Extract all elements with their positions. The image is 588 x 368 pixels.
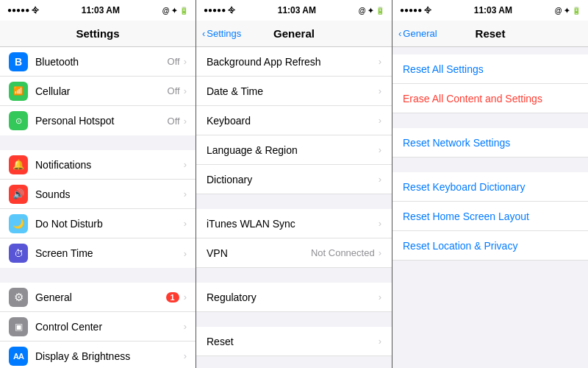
vpn-value: Not Connected	[311, 247, 375, 258]
nav-title-1: Settings	[76, 27, 119, 40]
reset-item-all-settings[interactable]: Reset All Settings	[392, 54, 588, 84]
chevron-icon: ›	[184, 85, 187, 96]
reset-list: Reset All Settings Erase All Content and…	[392, 47, 588, 368]
chevron-icon: ›	[379, 247, 381, 258]
general-panel: ●●●●● 令 11:03 AM @ ✦ 🔋 ‹ Settings Genera…	[196, 0, 392, 368]
gen-item-keyboard[interactable]: Keyboard ›	[196, 106, 392, 135]
separator-reset-top	[392, 47, 588, 54]
gen-item-language[interactable]: Language & Region ›	[196, 135, 392, 165]
gen-item-vpn[interactable]: VPN Not Connected ›	[196, 238, 392, 268]
section-notifications: 🔔 Notifications › 🔊 Sounds › 🌙 Do Not Di…	[0, 150, 196, 268]
list-item-cellular[interactable]: 📶 Cellular Off ›	[0, 77, 196, 106]
list-item-bluetooth[interactable]: B Bluetooth Off ›	[0, 47, 196, 77]
cellular-icon: 📶	[9, 82, 28, 101]
chevron-icon: ›	[184, 116, 187, 127]
chevron-icon: ›	[184, 218, 187, 229]
hotspot-value: Off	[168, 116, 180, 127]
status-bar-1: ●●●●● 令 11:03 AM @ ✦ 🔋	[0, 0, 196, 21]
section-gen-1: Background App Refresh › Date & Time › K…	[196, 47, 392, 194]
separator-gen-3	[196, 312, 392, 327]
gen-item-reset[interactable]: Reset ›	[196, 327, 392, 356]
general-label: General	[35, 291, 166, 303]
hotspot-icon: ⊙	[9, 111, 28, 130]
list-item-control-center[interactable]: ▣ Control Center ›	[0, 312, 196, 342]
separator-2	[0, 268, 196, 283]
chevron-icon: ›	[184, 188, 187, 199]
section-gen-2: iTunes WLAN Sync › VPN Not Connected ›	[196, 209, 392, 268]
sounds-icon: 🔊	[9, 185, 28, 204]
time-1: 11:03 AM	[82, 5, 120, 15]
dictionary-label: Dictionary	[207, 174, 379, 185]
nav-title-2: General	[273, 27, 315, 40]
reset-panel: ●●●●● 令 11:03 AM @ ✦ 🔋 ‹ General Reset R…	[392, 0, 588, 368]
list-item-notifications[interactable]: 🔔 Notifications ›	[0, 150, 196, 180]
separator-gen-1	[196, 194, 392, 209]
erase-all-label: Erase All Content and Settings	[403, 93, 542, 105]
chevron-icon: ›	[184, 350, 187, 361]
screen-time-icon: ⏱	[9, 244, 28, 263]
chevron-icon: ›	[184, 56, 187, 67]
reset-item-location-privacy[interactable]: Reset Location & Privacy	[392, 231, 588, 261]
section-gen-3: Regulatory ›	[196, 283, 392, 312]
chevron-icon: ›	[379, 218, 381, 229]
back-chevron-icon: ‹	[202, 28, 205, 39]
vpn-label: VPN	[207, 247, 311, 259]
back-chevron-icon-2: ‹	[398, 28, 401, 39]
control-center-icon: ▣	[9, 317, 28, 336]
reset-item-network[interactable]: Reset Network Settings	[392, 128, 588, 158]
dnd-label: Do Not Disturb	[35, 218, 184, 230]
list-item-sounds[interactable]: 🔊 Sounds ›	[0, 180, 196, 209]
display-icon: AA	[9, 347, 28, 366]
reset-keyboard-dict-label: Reset Keyboard Dictionary	[403, 181, 526, 193]
notifications-icon: 🔔	[9, 155, 28, 174]
nav-bar-2: ‹ Settings General	[196, 21, 392, 47]
section-network: B Bluetooth Off › 📶 Cellular Off › ⊙ Per…	[0, 47, 196, 135]
hotspot-label: Personal Hotspot	[35, 115, 168, 127]
chevron-icon: ›	[184, 159, 187, 170]
reset-item-erase[interactable]: Erase All Content and Settings	[392, 84, 588, 113]
chevron-icon: ›	[379, 174, 381, 185]
reset-item-home-screen[interactable]: Reset Home Screen Layout	[392, 202, 588, 231]
section-reset-3: Reset Keyboard Dictionary Reset Home Scr…	[392, 172, 588, 261]
separator-1	[0, 135, 196, 150]
back-button-general[interactable]: ‹ Settings	[202, 28, 241, 39]
itunes-label: iTunes WLAN Sync	[207, 218, 379, 230]
separator-reset-2	[392, 158, 588, 172]
section-reset-1: Reset All Settings Erase All Content and…	[392, 54, 588, 113]
gen-item-dictionary[interactable]: Dictionary ›	[196, 165, 392, 194]
separator-gen-2	[196, 268, 392, 283]
chevron-icon: ›	[379, 144, 381, 155]
general-list: Background App Refresh › Date & Time › K…	[196, 47, 392, 368]
bluetooth-icon: B	[9, 52, 28, 71]
signal-icons-3: ●●●●● 令	[400, 5, 431, 15]
list-item-do-not-disturb[interactable]: 🌙 Do Not Disturb ›	[0, 209, 196, 238]
gen-item-date-time[interactable]: Date & Time ›	[196, 77, 392, 106]
list-item-general[interactable]: ⚙ General 1 ›	[0, 283, 196, 312]
gen-item-itunes[interactable]: iTunes WLAN Sync ›	[196, 209, 392, 238]
list-item-display-brightness[interactable]: AA Display & Brightness ›	[0, 342, 196, 368]
back-button-reset[interactable]: ‹ General	[398, 28, 437, 39]
separator-reset-1	[392, 113, 588, 128]
cellular-value: Off	[168, 85, 180, 96]
reset-location-privacy-label: Reset Location & Privacy	[403, 240, 517, 252]
screen-time-label: Screen Time	[35, 247, 184, 259]
gen-item-background-refresh[interactable]: Background App Refresh ›	[196, 47, 392, 77]
gen-item-regulatory[interactable]: Regulatory ›	[196, 283, 392, 312]
chevron-icon: ›	[184, 291, 187, 302]
language-label: Language & Region	[207, 144, 379, 156]
nav-bar-1: Settings	[0, 21, 196, 47]
section-reset-2: Reset Network Settings	[392, 128, 588, 158]
reset-all-settings-label: Reset All Settings	[403, 63, 484, 75]
notifications-label: Notifications	[35, 159, 184, 171]
reset-item-keyboard-dict[interactable]: Reset Keyboard Dictionary	[392, 172, 588, 202]
bg-refresh-label: Background App Refresh	[207, 56, 379, 68]
list-item-hotspot[interactable]: ⊙ Personal Hotspot Off ›	[0, 106, 196, 135]
settings-list: B Bluetooth Off › 📶 Cellular Off › ⊙ Per…	[0, 47, 196, 368]
list-item-screen-time[interactable]: ⏱ Screen Time ›	[0, 238, 196, 268]
signal-icons-2: ●●●●● 令	[204, 5, 235, 15]
chevron-icon: ›	[379, 115, 381, 126]
chevron-icon: ›	[184, 321, 187, 332]
sounds-label: Sounds	[35, 188, 184, 200]
status-bar-2: ●●●●● 令 11:03 AM @ ✦ 🔋	[196, 0, 392, 21]
date-time-label: Date & Time	[207, 85, 379, 97]
